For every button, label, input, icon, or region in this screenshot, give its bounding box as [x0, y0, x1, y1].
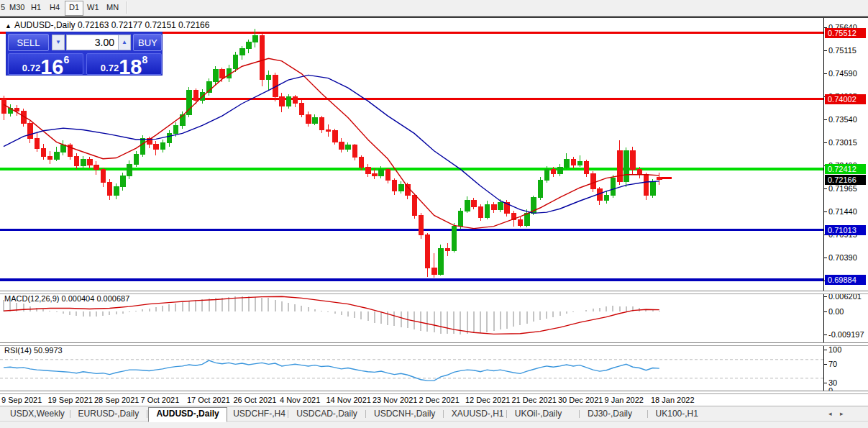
candle-body [412, 196, 417, 215]
macd-axis-label: -0.009197 [828, 330, 864, 339]
candle-body [544, 169, 549, 180]
candle-body [154, 144, 159, 150]
tab-separator [443, 410, 444, 418]
candle-body [339, 142, 344, 150]
date-label: 12 Dec 2021 [465, 396, 510, 404]
candle-body [214, 69, 219, 81]
tab-uk100-h1[interactable]: UK100-,H1 [649, 408, 705, 420]
price-tick-mark [823, 188, 827, 189]
candle-body [611, 178, 616, 196]
candle-body [240, 49, 245, 55]
chart-ohlc-values: 0.72163 0.72177 0.72151 0.72166 [78, 20, 210, 30]
candle-body [644, 175, 649, 196]
date-label: 28 Sep 2021 [94, 396, 139, 404]
candle-body [392, 181, 397, 191]
date-label: 2 Dec 2021 [419, 396, 460, 404]
candle-body [352, 145, 357, 157]
candle-body [121, 176, 126, 187]
tab-audusd-daily[interactable]: AUDUSD-,Daily [148, 407, 227, 422]
candle-body [558, 167, 563, 173]
tab-xauusd-h1[interactable]: XAUUSD-,H1 [444, 408, 511, 420]
candle-body [425, 235, 430, 268]
date-label: 4 Nov 2021 [280, 396, 320, 404]
candle-body [299, 104, 304, 114]
candle-body [492, 204, 497, 209]
price-tick-label: 0.74590 [828, 69, 857, 78]
tab-usdcnh-daily[interactable]: USDCNH-,Daily [367, 408, 442, 420]
candle-body [74, 156, 79, 165]
sell-price-display[interactable]: 0.72166 [8, 53, 83, 75]
rsi-canvas[interactable] [0, 345, 823, 393]
tab-usdx-weekly[interactable]: USDX,Weekly [3, 408, 72, 420]
candle-body [624, 151, 629, 182]
buy-price-point: 8 [142, 54, 147, 65]
timeframe-button-h4[interactable]: H4 [46, 1, 63, 14]
buy-price-display[interactable]: 0.72188 [86, 53, 162, 75]
tab-separator [506, 410, 507, 418]
lot-increase-button[interactable]: ▲ [118, 35, 131, 50]
sell-price-prefix: 0.72 [22, 63, 40, 73]
date-label: 14 Nov 2021 [326, 396, 371, 404]
rsi-panel-separator[interactable] [0, 342, 868, 346]
tabs-scroll-right-button[interactable]: ▸ [840, 410, 844, 417]
date-label: 26 Oct 2021 [234, 396, 277, 404]
date-label: 17 Oct 2021 [187, 396, 230, 404]
candle-body [346, 145, 351, 150]
tab-dj30-daily[interactable]: DJ30-,Daily [580, 408, 639, 420]
lot-decrease-button[interactable]: ▼ [52, 35, 65, 50]
date-label: 7 Oct 2021 [141, 396, 180, 404]
candle-body [81, 160, 86, 166]
symbol-marker-icon: ▲ [5, 22, 12, 29]
candle-body [445, 248, 450, 250]
tab-usdcad-daily[interactable]: USDCAD-,Daily [289, 408, 365, 420]
candle-body [247, 42, 252, 49]
lot-size-input[interactable]: 3.00 [66, 35, 119, 50]
time-axis[interactable]: 9 Sep 202119 Sep 202128 Sep 20217 Oct 20… [0, 393, 823, 406]
timeframe-button-d1[interactable]: D1 [65, 1, 83, 16]
buy-button[interactable]: BUY [133, 34, 162, 51]
chart-bottom-separator [0, 391, 868, 394]
candle-body [399, 185, 404, 191]
candle-body [604, 196, 609, 200]
tab-ukoil-daily[interactable]: UKOil-,Daily [508, 408, 569, 420]
tab-eurusd-daily[interactable]: EURUSD-,Daily [71, 408, 147, 420]
candle-body [577, 161, 583, 165]
timeframe-button-m30[interactable]: M30 [6, 1, 28, 14]
candle-body [313, 117, 318, 123]
price-tick-mark [823, 142, 827, 143]
candle-body [485, 204, 490, 217]
sell-price-point: 6 [63, 54, 69, 65]
macd-axis-label: 0.00 [828, 307, 844, 316]
candle-body [657, 177, 662, 179]
candle-body [551, 169, 556, 173]
candle-body [233, 55, 238, 68]
timeframe-button-h1[interactable]: H1 [27, 1, 45, 14]
tabs-scroll-left-button[interactable]: ◂ [828, 410, 832, 417]
chart-tab-bar: USDX,WeeklyEURUSD-,DailyAUDUSD-,DailyUSD… [0, 406, 868, 422]
candle-body [193, 91, 198, 100]
timeframe-button-w1[interactable]: W1 [83, 1, 103, 14]
tab-separator [647, 410, 648, 418]
timeframe-button-mn[interactable]: MN [103, 1, 122, 14]
candle-body [127, 164, 132, 176]
date-label: 19 Sep 2021 [48, 396, 93, 404]
candle-body [266, 75, 271, 79]
sell-button[interactable]: SELL [8, 34, 49, 51]
rsi-line [4, 360, 659, 381]
candle-body [538, 181, 543, 198]
macd-panel-separator[interactable] [0, 291, 868, 294]
macd-header: MACD(12,26,9) 0.000404 0.000687 [4, 294, 129, 303]
price-level-badge-0.69884: 0.69884 [825, 275, 866, 285]
candle-body [55, 152, 60, 160]
price-level-badge-0.74002: 0.74002 [825, 94, 866, 104]
macd-tick-mark [823, 296, 827, 297]
candle-body [114, 187, 119, 196]
tab-usdchf-h4[interactable]: USDCHF-,H4 [226, 408, 293, 420]
price-tick-label: 0.75115 [828, 46, 856, 55]
candle-body [637, 169, 642, 174]
candle-body [419, 215, 424, 235]
buy-price-pips: 18 [119, 55, 142, 78]
price-tick-mark [823, 50, 827, 51]
price-level-badge-0.72166: 0.72166 [825, 175, 866, 185]
candle-body [173, 125, 178, 133]
